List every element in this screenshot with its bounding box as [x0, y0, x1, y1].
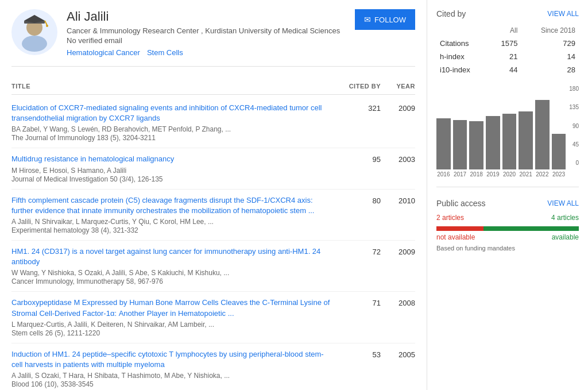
article-title[interactable]: Multidrug resistance in hematological ma…	[11, 154, 335, 164]
chart-area: 2016 2017 2018 2019 2020 2021 2022 2023 …	[436, 86, 579, 177]
article-title[interactable]: Carboxypeptidase M Expressed by Human Bo…	[11, 298, 335, 318]
y-label-180: 180	[569, 86, 579, 92]
profile-institution: Cancer & Immunology Research Center , Ku…	[67, 26, 346, 35]
public-access-title: Public access	[436, 199, 486, 208]
access-bars	[436, 226, 579, 231]
table-row: Induction of HM1. 24 peptide–specific cy…	[11, 343, 415, 390]
article-title[interactable]: Fifth complement cascade protein (C5) cl…	[11, 195, 335, 216]
bar	[469, 121, 483, 169]
tag-hematological[interactable]: Hematological Cancer	[67, 48, 140, 57]
table-row: Fifth complement cascade protein (C5) cl…	[11, 190, 415, 241]
article-year: 2010	[381, 195, 415, 205]
bar-group: 2018	[469, 86, 483, 177]
bar-group: 2020	[502, 86, 517, 177]
access-label-avail: available	[552, 233, 579, 241]
cited-by-view-all[interactable]: VIEW ALL	[547, 10, 579, 18]
public-access-view-all[interactable]: VIEW ALL	[547, 199, 579, 207]
stats-all: 44	[488, 63, 521, 76]
profile-info: Ali Jalili Cancer & Immunology Research …	[67, 9, 346, 57]
chart-container: 2016 2017 2018 2019 2020 2021 2022 2023 …	[436, 86, 579, 187]
access-label-not: not available	[436, 233, 475, 241]
bar-group: 2023	[552, 86, 566, 177]
stats-since: 729	[521, 37, 579, 50]
stats-label: i10-index	[436, 63, 488, 76]
y-label-0: 0	[569, 160, 579, 166]
articles-table: TITLE CITED BY YEAR Elucidation of CXCR7…	[11, 78, 415, 390]
article-year: 2008	[381, 298, 415, 307]
article-journal: Cancer Immunology, Immunotherapy 58, 967…	[11, 277, 335, 285]
article-year: 2009	[381, 246, 415, 256]
article-authors: A Jalili, S Ozaki, T Hara, H Shibata, T …	[11, 372, 335, 380]
article-journal: Journal of Medical Investigation 50 (3/4…	[11, 175, 335, 183]
article-journal: Stem cells 26 (5), 1211-1220	[11, 329, 335, 337]
article-authors: BA Zabel, Y Wang, S Lewén, RD Berahovich…	[11, 125, 335, 133]
article-authors: M Hirose, E Hosoi, S Hamano, A Jalili	[11, 167, 335, 175]
left-panel: Ali Jalili Cancer & Immunology Research …	[0, 0, 427, 390]
table-header: TITLE CITED BY YEAR	[11, 78, 415, 95]
stats-since: 28	[521, 63, 579, 76]
article-title[interactable]: Elucidation of CXCR7-mediated signaling …	[11, 103, 335, 123]
tag-stem-cells[interactable]: Stem Cells	[147, 48, 183, 57]
article-cited-count: 53	[335, 349, 381, 359]
stats-all: 1575	[488, 37, 521, 50]
bar	[502, 114, 517, 169]
article-year: 2005	[381, 349, 415, 359]
access-bar-not-available	[436, 226, 483, 231]
stats-row: Citations 1575 729	[436, 37, 579, 50]
bar-year-label: 2018	[470, 171, 483, 177]
article-year: 2003	[381, 154, 415, 164]
article-cited-count: 95	[335, 154, 381, 164]
public-access-header: Public access VIEW ALL	[436, 199, 579, 208]
profile-header: Ali Jalili Cancer & Immunology Research …	[11, 9, 415, 67]
article-info: Fifth complement cascade protein (C5) cl…	[11, 195, 335, 234]
article-cited-count: 71	[335, 298, 381, 307]
follow-label: FOLLOW	[374, 16, 406, 24]
access-bar-available	[483, 226, 579, 231]
article-title[interactable]: Induction of HM1. 24 peptide–specific cy…	[11, 349, 335, 370]
article-journal: Experimental hematology 38 (4), 321-332	[11, 226, 335, 234]
table-row: Carboxypeptidase M Expressed by Human Bo…	[11, 292, 415, 343]
avatar	[11, 9, 57, 55]
profile-verified: No verified email	[67, 36, 346, 45]
access-avail-count: 4 articles	[551, 214, 579, 222]
bar	[453, 120, 467, 169]
follow-icon: ✉	[364, 15, 371, 24]
table-row: Multidrug resistance in hematological ma…	[11, 148, 415, 189]
bar-year-label: 2017	[454, 171, 466, 177]
article-authors: L Marquez-Curtis, A Jalili, K Deiteren, …	[11, 321, 335, 329]
bar-year-label: 2022	[536, 171, 548, 177]
stats-col-all: All	[488, 24, 521, 37]
svg-point-1	[22, 36, 47, 52]
article-cited-count: 72	[335, 246, 381, 256]
article-year: 2009	[381, 103, 415, 113]
access-note: Based on funding mandates	[436, 245, 579, 252]
cited-by-header: Cited by VIEW ALL	[436, 9, 579, 18]
bar-year-label: 2016	[437, 171, 450, 177]
col-cited-header: CITED BY	[335, 83, 381, 90]
bar-group: 2016	[436, 86, 451, 177]
stats-row: i10-index 44 28	[436, 63, 579, 76]
y-label-135: 135	[569, 104, 579, 110]
article-authors: W Wang, Y Nishioka, S Ozaki, A Jalili, S…	[11, 269, 335, 277]
article-info: Induction of HM1. 24 peptide–specific cy…	[11, 349, 335, 388]
stats-label: h-index	[436, 50, 488, 63]
stats-row: h-index 21 14	[436, 50, 579, 63]
article-title[interactable]: HM1. 24 (CD317) is a novel target agains…	[11, 246, 335, 267]
bar-group: 2019	[486, 86, 500, 177]
article-cited-count: 80	[335, 195, 381, 205]
bar-group: 2022	[535, 86, 550, 177]
svg-point-6	[46, 25, 48, 27]
follow-button[interactable]: ✉ FOLLOW	[355, 9, 415, 30]
y-label-45: 45	[569, 141, 579, 148]
cited-by-title: Cited by	[436, 9, 466, 18]
bar-year-label: 2020	[503, 171, 516, 177]
article-journal: The Journal of Immunology 183 (5), 3204-…	[11, 134, 335, 142]
bar	[486, 116, 500, 169]
bar-year-label: 2021	[520, 171, 532, 177]
profile-name: Ali Jalili	[67, 9, 346, 24]
bar-group: 2017	[453, 86, 467, 177]
article-cited-count: 321	[335, 103, 381, 113]
bar-year-label: 2023	[552, 171, 565, 177]
bar	[552, 134, 566, 169]
article-info: Multidrug resistance in hematological ma…	[11, 154, 335, 183]
